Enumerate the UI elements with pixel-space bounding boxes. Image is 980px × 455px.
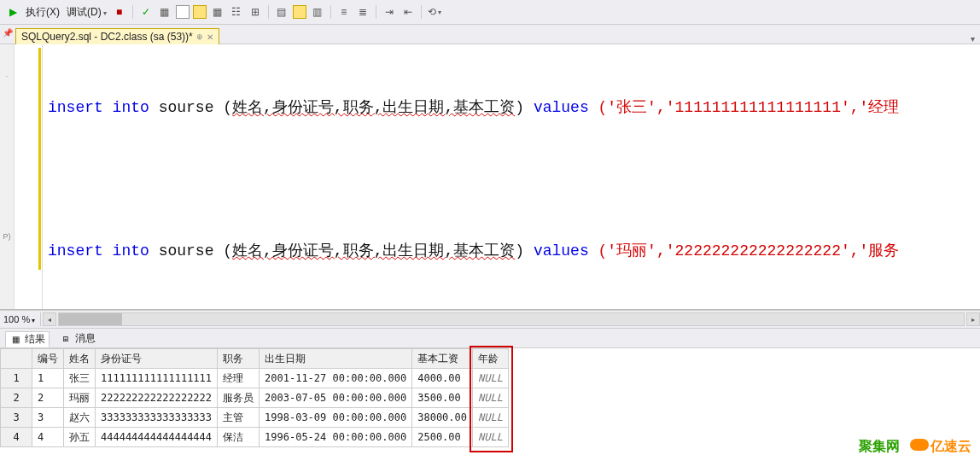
document-tabbar: 📌 SQLQuery2.sql - DC2.class (sa (53))* ⊕… <box>0 25 980 44</box>
main-toolbar: ▶ 执行(X) 调试(D) ■ ✓ ▦ ▦ ☷ ⊞ ▤ ▥ ≡ ≣ ⇥ ⇤ ⟲ <box>0 0 980 25</box>
cols: 姓名,身份证号,职务,出生日期,基本工资 <box>232 96 515 120</box>
cell-salary[interactable]: 2500.00 <box>412 428 473 447</box>
col-salary[interactable]: 基本工资 <box>412 349 473 369</box>
cell-name[interactable]: 孙五 <box>64 428 96 447</box>
cell-job[interactable]: 经理 <box>218 369 260 388</box>
table-row[interactable]: 33赵六333333333333333333主管1998-03-09 00:00… <box>1 408 509 428</box>
scroll-thumb[interactable] <box>59 313 122 325</box>
corner-cell <box>1 349 32 369</box>
col-job[interactable]: 职务 <box>218 349 260 369</box>
results-grid[interactable]: 编号 姓名 身份证号 职务 出生日期 基本工资 年龄 11张三111111111… <box>0 348 509 447</box>
tab-messages-label: 消息 <box>75 331 96 346</box>
debug-button[interactable]: 调试(D) <box>65 5 108 20</box>
cell-job[interactable]: 保洁 <box>218 428 260 447</box>
code-editor[interactable]: insert into sourse (姓名,身份证号,职务,出生日期,基本工资… <box>43 44 980 309</box>
document-tab[interactable]: SQLQuery2.sql - DC2.class (sa (53))* ⊕ ✕ <box>15 28 219 44</box>
col-name[interactable]: 姓名 <box>64 349 96 369</box>
live-stats-icon[interactable]: ⊞ <box>248 4 263 20</box>
cell-dob[interactable]: 1998-03-09 00:00:00.000 <box>260 408 412 428</box>
separator <box>132 5 133 19</box>
change-marker <box>38 48 41 270</box>
row-header[interactable]: 3 <box>1 408 32 428</box>
tab-overflow-icon[interactable]: ▾ <box>971 34 975 44</box>
kw: values <box>534 96 598 120</box>
str: ('张三','111111111111111111','经理 <box>598 96 900 120</box>
results-panel: 编号 姓名 身份证号 职务 出生日期 基本工资 年龄 11张三111111111… <box>0 348 980 455</box>
cell-job[interactable]: 主管 <box>218 408 260 428</box>
plan-icon[interactable]: ▦ <box>157 4 172 20</box>
row-header[interactable]: 1 <box>1 369 32 388</box>
table-row[interactable]: 11张三111111111111111111经理2001-11-27 00:00… <box>1 369 509 388</box>
tab-results-label: 结果 <box>25 332 45 347</box>
cell-salary[interactable]: 38000.00 <box>412 408 473 428</box>
cell-idno[interactable]: 444444444444444444 <box>96 428 218 447</box>
col-age[interactable]: 年龄 <box>473 349 509 369</box>
separator <box>40 312 41 326</box>
cell-age[interactable]: NULL <box>473 428 509 447</box>
parse-icon[interactable]: ✓ <box>138 4 154 20</box>
indent-icon[interactable]: ⇥ <box>382 4 397 20</box>
table-row[interactable]: 22玛丽222222222222222222服务员2003-07-05 00:0… <box>1 388 509 408</box>
cell-id[interactable]: 2 <box>32 388 64 408</box>
str: ('玛丽','222222222222222222','服务 <box>598 239 900 263</box>
row-header[interactable]: 4 <box>1 428 32 447</box>
cell-salary[interactable]: 4000.00 <box>412 369 473 388</box>
outline-icon[interactable] <box>176 5 190 19</box>
cell-salary[interactable]: 3500.00 <box>412 388 473 408</box>
watermark-a: 聚集网 <box>859 438 900 455</box>
row-header[interactable]: 2 <box>1 388 32 408</box>
specify-values-icon[interactable]: ⟲ <box>427 4 442 20</box>
cell-dob[interactable]: 2001-11-27 00:00:00.000 <box>260 369 412 388</box>
separator <box>376 5 376 19</box>
scroll-left-icon[interactable]: ◂ <box>43 312 56 326</box>
execute-button[interactable]: 执行(X) <box>24 5 61 20</box>
cell-age[interactable]: NULL <box>473 408 509 428</box>
outdent-icon[interactable]: ⇤ <box>400 4 416 20</box>
results-text-icon[interactable] <box>293 5 306 19</box>
cell-id[interactable]: 1 <box>32 369 64 388</box>
cell-name[interactable]: 张三 <box>64 369 96 388</box>
cols: 姓名,身份证号,职务,出生日期,基本工资 <box>232 239 515 263</box>
col-dob[interactable]: 出生日期 <box>260 349 412 369</box>
comment-icon[interactable]: ≡ <box>336 4 352 20</box>
left-marker-b: P) <box>3 232 11 241</box>
col-idno[interactable]: 身份证号 <box>96 349 218 369</box>
cell-id[interactable]: 3 <box>32 408 64 428</box>
cell-name[interactable]: 玛丽 <box>64 388 96 408</box>
cell-job[interactable]: 服务员 <box>218 388 260 408</box>
separator <box>421 5 422 19</box>
cell-dob[interactable]: 2003-07-05 00:00:00.000 <box>260 388 412 408</box>
cell-id[interactable]: 4 <box>32 428 64 447</box>
zoom-dropdown[interactable]: 100 % <box>0 314 38 324</box>
col-id[interactable]: 编号 <box>32 349 64 369</box>
grid-header-row: 编号 姓名 身份证号 职务 出生日期 基本工资 年龄 <box>1 349 509 369</box>
uncomment-icon[interactable]: ≣ <box>355 4 370 20</box>
horizontal-scrollbar[interactable] <box>58 312 965 326</box>
cell-idno[interactable]: 111111111111111111 <box>96 369 218 388</box>
cell-name[interactable]: 赵六 <box>64 408 96 428</box>
results-grid-icon[interactable]: ▤ <box>274 4 289 20</box>
zoom-bar: 100 % ◂ ▸ <box>0 310 980 329</box>
options-icon[interactable] <box>193 5 207 19</box>
results-tabbar: ▦ 结果 🗉 消息 <box>0 329 980 348</box>
cell-idno[interactable]: 333333333333333333 <box>96 408 218 428</box>
cell-idno[interactable]: 222222222222222222 <box>96 388 218 408</box>
close-tab-icon[interactable]: ✕ <box>207 32 213 42</box>
p: ( <box>223 239 232 263</box>
scroll-right-icon[interactable]: ▸ <box>966 312 980 326</box>
table-row[interactable]: 44孙五444444444444444444保洁1996-05-24 00:00… <box>1 428 509 447</box>
results-file-icon[interactable]: ▥ <box>310 4 325 20</box>
cell-age[interactable]: NULL <box>473 388 509 408</box>
stop-icon[interactable]: ■ <box>112 4 127 20</box>
pin-tab-icon[interactable]: ⊕ <box>196 32 203 41</box>
left-marker-a: . <box>6 70 9 79</box>
tab-results[interactable]: ▦ 结果 <box>5 331 50 347</box>
stats-icon[interactable]: ▦ <box>210 4 225 20</box>
pin-icon[interactable]: 📌 <box>2 26 14 38</box>
cell-age[interactable]: NULL <box>473 369 509 388</box>
separator <box>330 5 331 19</box>
actual-plan-icon[interactable]: ☷ <box>229 4 244 20</box>
execute-icon[interactable]: ▶ <box>5 4 20 20</box>
cell-dob[interactable]: 1996-05-24 00:00:00.000 <box>260 428 412 447</box>
tab-messages[interactable]: 🗉 消息 <box>56 331 99 346</box>
